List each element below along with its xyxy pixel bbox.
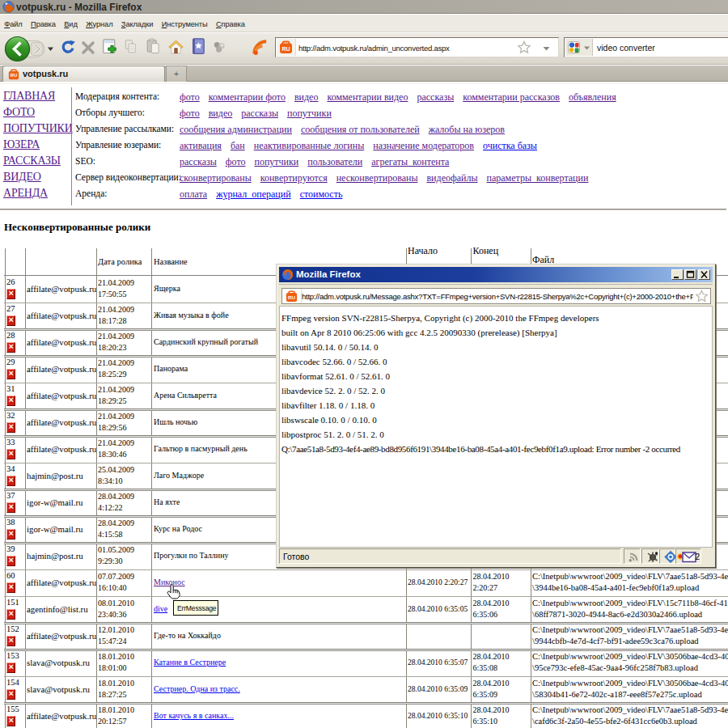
admin-link[interactable]: бан xyxy=(231,140,245,151)
nav-видео[interactable]: ВИДЕО xyxy=(3,171,73,187)
delete-button[interactable] xyxy=(6,449,15,459)
admin-link[interactable]: объявления xyxy=(569,91,616,103)
menu-1[interactable]: Правка xyxy=(27,15,60,28)
admin-link[interactable]: попутчики xyxy=(254,156,298,167)
menu-5[interactable]: Инструменты xyxy=(158,15,212,28)
nav-главная[interactable]: ГЛАВНАЯ xyxy=(3,90,73,106)
maximize-button[interactable] xyxy=(684,269,696,280)
admin-link[interactable]: видеофайлы xyxy=(426,172,477,184)
delete-button[interactable] xyxy=(6,396,15,406)
admin-link[interactable]: сконвертированы xyxy=(180,172,252,184)
menu-2[interactable]: Вид xyxy=(60,15,82,28)
admin-link[interactable]: несконвертированы xyxy=(336,172,418,184)
copy-button[interactable] xyxy=(124,39,138,55)
delete-button[interactable] xyxy=(6,636,15,646)
delete-button[interactable] xyxy=(6,716,15,726)
popup-site-button[interactable]: RU xyxy=(282,289,302,303)
admin-link[interactable]: фото xyxy=(180,108,200,119)
delete-button[interactable] xyxy=(6,529,15,540)
search-engine-button[interactable] xyxy=(565,39,593,56)
delete-button[interactable] xyxy=(6,369,15,379)
admin-link[interactable]: очистка базы xyxy=(483,140,537,151)
delete-button[interactable] xyxy=(6,662,15,673)
new-tab-button[interactable] xyxy=(102,38,119,57)
admin-link[interactable]: жалобы на юзеров xyxy=(429,124,505,135)
row-title-link[interactable]: Сестриер. Одна из трасс. xyxy=(154,684,240,693)
row-title-link[interactable]: dive xyxy=(154,604,167,613)
url-input[interactable]: http://adm.votpusk.ru/admin_unconverted.… xyxy=(298,44,450,53)
admin-links-4: рассказыфотопопутчикипользователиагрегат… xyxy=(180,156,458,168)
admin-link[interactable]: комментарии фото xyxy=(209,91,286,103)
tab-votpusk[interactable]: RU votpusk.ru xyxy=(2,66,165,82)
rss-button[interactable] xyxy=(252,38,269,57)
bookmark-star-icon[interactable] xyxy=(517,40,531,55)
delete-button[interactable] xyxy=(6,422,15,433)
search-box[interactable]: video converter xyxy=(564,37,728,57)
delete-button[interactable] xyxy=(6,689,15,700)
row-title-link[interactable]: Вот качусь я в санках... xyxy=(154,711,234,720)
delete-button[interactable] xyxy=(6,556,15,566)
nav-фото[interactable]: ФОТО xyxy=(3,106,73,122)
admin-link[interactable]: рассказы xyxy=(241,108,278,119)
search-input[interactable]: video converter xyxy=(597,43,655,53)
admin-link[interactable]: рассказы xyxy=(180,156,217,167)
admin-link[interactable]: сообщения от пользователей xyxy=(301,124,420,135)
close-button[interactable] xyxy=(698,269,710,280)
admin-link[interactable]: фото xyxy=(180,91,200,103)
admin-link[interactable]: агрегаты_контента xyxy=(371,156,449,167)
admin-link[interactable]: видео xyxy=(209,108,233,119)
minimize-button[interactable] xyxy=(671,269,684,280)
popup-url-input[interactable]: http://adm.votpusk.ru/Message.ashx?TXT=F… xyxy=(302,292,693,301)
reload-button[interactable] xyxy=(60,40,76,56)
popup-bookmark-star-icon[interactable] xyxy=(695,290,709,303)
admin-link[interactable]: назначение модераторов xyxy=(373,140,474,151)
admin-link[interactable]: конвертируются xyxy=(260,172,328,184)
admin-link[interactable]: журнал_операций xyxy=(216,188,290,200)
status-rss-panel[interactable] xyxy=(624,548,641,564)
row-title-link[interactable]: Катание в Сестриере xyxy=(154,658,226,667)
admin-link[interactable]: фото xyxy=(226,156,246,167)
delete-button[interactable] xyxy=(6,476,15,486)
url-dropdown-button[interactable] xyxy=(542,45,551,52)
menu-6[interactable]: Справка xyxy=(212,15,249,28)
delete-button[interactable] xyxy=(6,582,15,593)
popup-url-bar[interactable]: RU http://adm.votpusk.ru/Message.ashx?TX… xyxy=(281,288,711,304)
nav-юзера[interactable]: ЮЗЕРА xyxy=(3,138,73,154)
delete-button[interactable] xyxy=(6,609,15,620)
status-adblock-panel[interactable] xyxy=(641,548,659,564)
popup-titlebar[interactable]: Mozilla Firefox xyxy=(279,267,713,282)
admin-link[interactable]: параметры_конвертации xyxy=(487,172,589,184)
admin-link[interactable]: стоимость xyxy=(300,188,343,200)
paste-button[interactable] xyxy=(146,38,161,55)
nav-рассказы[interactable]: РАССКАЗЫ xyxy=(3,154,73,171)
status-geo-panel[interactable] xyxy=(659,548,675,564)
delete-button[interactable] xyxy=(6,342,15,353)
popup-window[interactable]: Mozilla Firefox RU http://adm.votpusk.ru… xyxy=(276,264,716,568)
bookmarks-button[interactable] xyxy=(191,38,205,55)
admin-link[interactable]: сообщения администрации xyxy=(180,124,292,135)
status-mail-panel[interactable]: 2 xyxy=(675,548,701,564)
nav-попутчики[interactable]: ПОПУТЧИКИ xyxy=(3,122,73,138)
delete-button[interactable] xyxy=(6,289,15,299)
admin-link[interactable]: комментарии видео xyxy=(327,91,408,103)
url-bar[interactable]: RU http://adm.votpusk.ru/admin_unconvert… xyxy=(275,37,559,57)
admin-link[interactable]: комментарии рассказов xyxy=(463,91,560,103)
new-tab-plus-button[interactable]: + xyxy=(166,66,187,82)
delete-button[interactable] xyxy=(6,315,15,326)
menu-3[interactable]: Журнал xyxy=(82,15,117,28)
menu-0[interactable]: Файл xyxy=(0,15,27,28)
nav-аренда[interactable]: АРЕНДА xyxy=(3,187,73,203)
menu-4[interactable]: Закладки xyxy=(117,15,158,28)
sync-button[interactable] xyxy=(213,41,226,53)
admin-link[interactable]: пользователи xyxy=(307,156,362,167)
stop-button[interactable] xyxy=(81,40,95,55)
home-button[interactable] xyxy=(168,40,184,54)
admin-link[interactable]: попутчики xyxy=(287,108,332,119)
admin-link[interactable]: видео xyxy=(294,91,319,103)
admin-link[interactable]: неактивированные логины xyxy=(254,140,365,151)
delete-button[interactable] xyxy=(6,502,15,513)
admin-link[interactable]: рассказы xyxy=(417,91,454,103)
site-identity-button[interactable]: RU xyxy=(277,39,296,56)
admin-link[interactable]: оплата xyxy=(180,188,207,200)
admin-link[interactable]: активация xyxy=(180,140,222,151)
